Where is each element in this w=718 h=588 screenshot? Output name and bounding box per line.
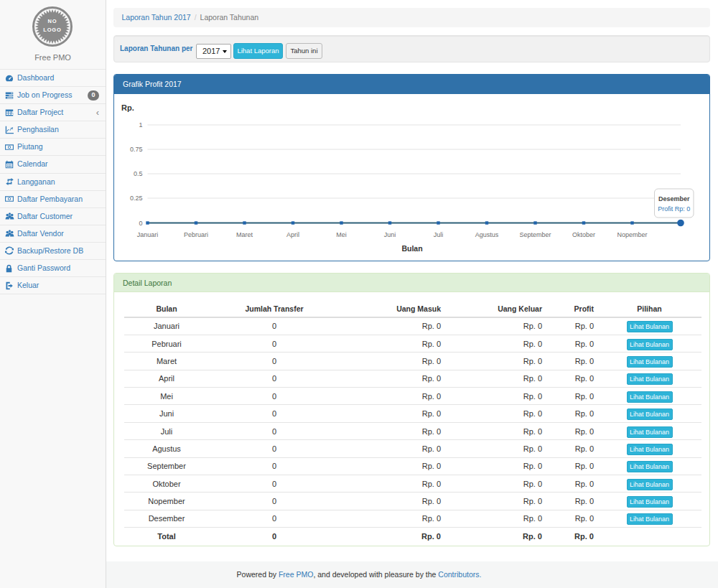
svg-text:NO: NO bbox=[48, 18, 57, 24]
svg-text:Nopember: Nopember bbox=[617, 231, 647, 238]
svg-text:Juli: Juli bbox=[434, 231, 444, 238]
svg-text:September: September bbox=[519, 231, 551, 238]
svg-text:Profit Rp: 0: Profit Rp: 0 bbox=[658, 205, 690, 213]
svg-text:Pebruari: Pebruari bbox=[184, 231, 208, 238]
svg-text:Rp.: Rp. bbox=[121, 103, 134, 112]
svg-text:1: 1 bbox=[139, 121, 142, 129]
svg-text:Desember: Desember bbox=[658, 195, 690, 202]
svg-text:Maret: Maret bbox=[236, 231, 253, 238]
svg-text:Mei: Mei bbox=[336, 231, 347, 238]
svg-text:0.25: 0.25 bbox=[130, 195, 143, 202]
svg-text:Januari: Januari bbox=[137, 231, 159, 238]
svg-text:LOGO: LOGO bbox=[43, 27, 61, 33]
svg-text:April: April bbox=[286, 231, 299, 238]
svg-text:Bulan: Bulan bbox=[401, 244, 422, 253]
svg-text:Agustus: Agustus bbox=[475, 231, 499, 238]
svg-text:0.75: 0.75 bbox=[130, 146, 143, 153]
svg-text:0: 0 bbox=[139, 220, 142, 227]
svg-text:0.5: 0.5 bbox=[134, 170, 143, 177]
svg-text:Juni: Juni bbox=[384, 231, 396, 238]
svg-text:Oktober: Oktober bbox=[572, 231, 595, 238]
